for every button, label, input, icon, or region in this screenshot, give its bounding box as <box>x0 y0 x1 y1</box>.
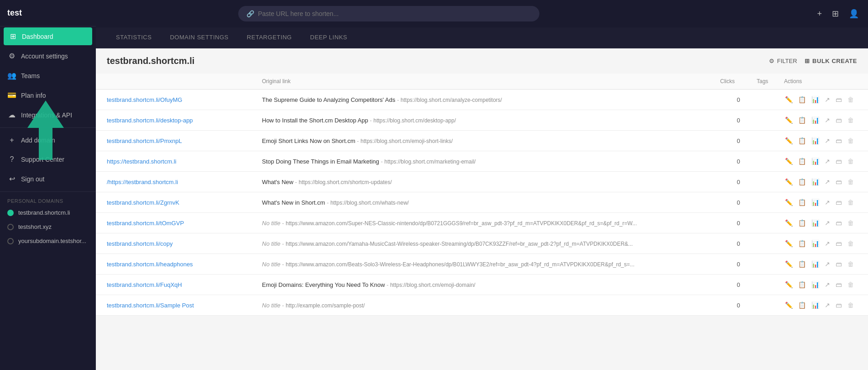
chart-icon[interactable]: 📊 <box>810 157 820 166</box>
tab-domain-settings[interactable]: DOMAIN SETTINGS <box>161 27 237 48</box>
user-button[interactable]: 👤 <box>847 7 861 21</box>
chart-icon[interactable]: 📊 <box>810 177 820 186</box>
archive-icon[interactable]: 🗃 <box>835 157 843 166</box>
chart-icon[interactable]: 📊 <box>810 95 820 104</box>
chart-icon[interactable]: 📊 <box>810 239 820 248</box>
copy-icon[interactable]: 📋 <box>797 116 807 125</box>
actions-cell: ✏️ 📋 📊 ↗ 🗃 🗑 <box>784 239 857 248</box>
chart-icon[interactable]: 📊 <box>810 301 820 310</box>
short-link[interactable]: testbrand.shortcm.li/ZgrnvK <box>107 199 262 206</box>
domain-item-testshort[interactable]: testshort.xyz <box>0 220 96 234</box>
short-link[interactable]: testbrand.shortcm.li/OfuyMG <box>107 96 262 103</box>
short-link[interactable]: testbrand.shortcm.li/desktop-app <box>107 117 262 124</box>
copy-icon[interactable]: 📋 <box>797 301 807 310</box>
share-icon[interactable]: ↗ <box>824 239 831 248</box>
edit-icon[interactable]: ✏️ <box>784 301 794 310</box>
tab-deep-links[interactable]: DEEP LINKS <box>301 27 356 48</box>
edit-icon[interactable]: ✏️ <box>784 280 794 289</box>
edit-icon[interactable]: ✏️ <box>784 218 794 227</box>
share-icon[interactable]: ↗ <box>824 218 831 227</box>
sidebar-item-teams[interactable]: 👥 Teams <box>0 66 96 85</box>
archive-icon[interactable]: 🗃 <box>835 280 843 289</box>
edit-icon[interactable]: ✏️ <box>784 259 794 269</box>
filter-button[interactable]: ⚙ FILTER <box>769 58 797 64</box>
share-icon[interactable]: ↗ <box>824 198 831 207</box>
archive-icon[interactable]: 🗃 <box>835 198 843 207</box>
short-link[interactable]: testbrand.shortcm.li/Sample Post <box>107 302 262 309</box>
sidebar-item-add-domain[interactable]: + Add domain <box>0 131 96 150</box>
delete-icon[interactable]: 🗑 <box>847 301 855 310</box>
copy-icon[interactable]: 📋 <box>797 198 807 207</box>
copy-icon[interactable]: 📋 <box>797 157 807 166</box>
copy-icon[interactable]: 📋 <box>797 239 807 248</box>
chart-icon[interactable]: 📊 <box>810 218 820 227</box>
delete-icon[interactable]: 🗑 <box>847 157 855 166</box>
chart-icon[interactable]: 📊 <box>810 280 820 289</box>
share-icon[interactable]: ↗ <box>824 301 831 310</box>
sidebar-item-integrations[interactable]: ☁ Integrations & API <box>0 105 96 125</box>
short-link[interactable]: testbrand.shortcm.li/headphones <box>107 261 262 268</box>
archive-icon[interactable]: 🗃 <box>835 259 843 269</box>
copy-icon[interactable]: 📋 <box>797 280 807 289</box>
short-link[interactable]: testbrand.shortcm.li/copy <box>107 240 262 247</box>
edit-icon[interactable]: ✏️ <box>784 157 794 166</box>
url-shorten-input[interactable] <box>258 10 531 17</box>
archive-icon[interactable]: 🗃 <box>835 95 843 104</box>
copy-icon[interactable]: 📋 <box>797 95 807 104</box>
sidebar-item-dashboard[interactable]: ⊞ Dashboard <box>4 27 92 45</box>
share-icon[interactable]: ↗ <box>824 95 831 104</box>
copy-icon[interactable]: 📋 <box>797 259 807 269</box>
chart-icon[interactable]: 📊 <box>810 116 820 125</box>
short-link[interactable]: https://testbrand.shortcm.li <box>107 158 262 165</box>
short-link[interactable]: testbrand.shortcm.li/PmxnpL <box>107 137 262 144</box>
bulk-create-button[interactable]: ⊞ BULK CREATE <box>805 58 857 64</box>
archive-icon[interactable]: 🗃 <box>835 301 843 310</box>
edit-icon[interactable]: ✏️ <box>784 198 794 207</box>
archive-icon[interactable]: 🗃 <box>835 218 843 227</box>
tab-retargeting[interactable]: RETARGETING <box>238 27 301 48</box>
url-input-wrapper[interactable]: 🔗 <box>238 6 539 21</box>
sidebar-item-support[interactable]: ? Support Center <box>0 150 96 169</box>
delete-icon[interactable]: 🗑 <box>847 95 855 104</box>
share-icon[interactable]: ↗ <box>824 157 831 166</box>
share-icon[interactable]: ↗ <box>824 280 831 289</box>
edit-icon[interactable]: ✏️ <box>784 116 794 125</box>
edit-icon[interactable]: ✏️ <box>784 95 794 104</box>
delete-icon[interactable]: 🗑 <box>847 198 855 207</box>
delete-icon[interactable]: 🗑 <box>847 259 855 269</box>
sidebar-item-plan-info[interactable]: 💳 Plan info <box>0 85 96 105</box>
delete-icon[interactable]: 🗑 <box>847 136 855 145</box>
archive-icon[interactable]: 🗃 <box>835 239 843 248</box>
add-button[interactable]: + <box>815 7 824 21</box>
domain-item-testbrand[interactable]: testbrand.shortcm.li <box>0 206 96 220</box>
chart-icon[interactable]: 📊 <box>810 198 820 207</box>
delete-icon[interactable]: 🗑 <box>847 116 855 125</box>
sidebar-item-account-settings[interactable]: ⚙ Account settings <box>0 46 96 66</box>
share-icon[interactable]: ↗ <box>824 136 831 145</box>
delete-icon[interactable]: 🗑 <box>847 239 855 248</box>
edit-icon[interactable]: ✏️ <box>784 239 794 248</box>
chart-icon[interactable]: 📊 <box>810 259 820 269</box>
delete-icon[interactable]: 🗑 <box>847 280 855 289</box>
chart-icon[interactable]: 📊 <box>810 136 820 145</box>
grid-view-button[interactable]: ⊞ <box>830 7 841 21</box>
sidebar-item-sign-out[interactable]: ↩ Sign out <box>0 169 96 189</box>
share-icon[interactable]: ↗ <box>824 116 831 125</box>
share-icon[interactable]: ↗ <box>824 259 831 269</box>
edit-icon[interactable]: ✏️ <box>784 136 794 145</box>
short-link[interactable]: testbrand.shortcm.li/FuqXqH <box>107 281 262 288</box>
copy-icon[interactable]: 📋 <box>797 218 807 227</box>
copy-icon[interactable]: 📋 <box>797 177 807 186</box>
share-icon[interactable]: ↗ <box>824 177 831 186</box>
short-link[interactable]: testbrand.shortcm.li/tOmGVP <box>107 220 262 227</box>
domain-item-yoursubdomain[interactable]: yoursubdomain.testshor... <box>0 234 96 248</box>
archive-icon[interactable]: 🗃 <box>835 136 843 145</box>
delete-icon[interactable]: 🗑 <box>847 218 855 227</box>
copy-icon[interactable]: 📋 <box>797 136 807 145</box>
edit-icon[interactable]: ✏️ <box>784 177 794 186</box>
delete-icon[interactable]: 🗑 <box>847 177 855 186</box>
archive-icon[interactable]: 🗃 <box>835 177 843 186</box>
archive-icon[interactable]: 🗃 <box>835 116 843 125</box>
tab-statistics[interactable]: STATISTICS <box>107 27 161 48</box>
short-link[interactable]: /https://testbrand.shortcm.li <box>107 179 262 185</box>
